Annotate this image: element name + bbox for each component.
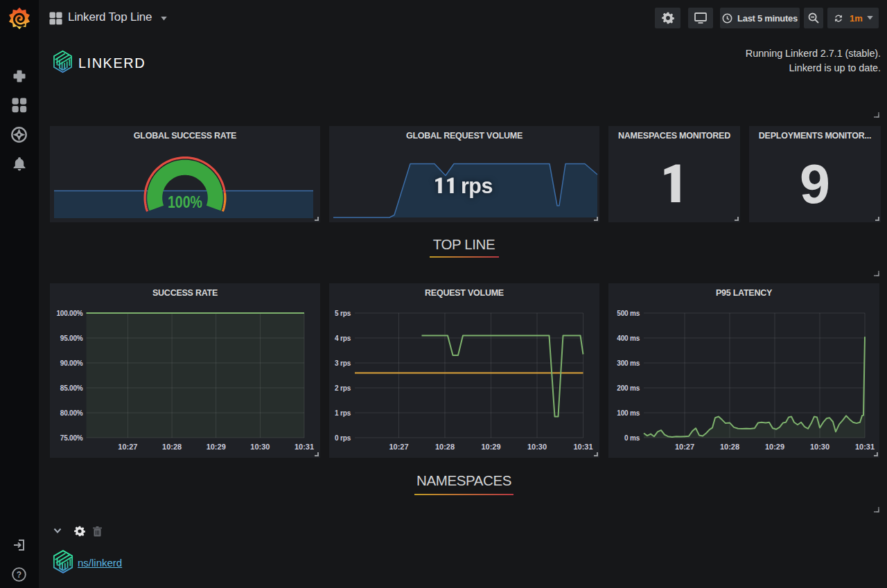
- svg-text:10:29: 10:29: [481, 443, 500, 451]
- svg-text:400 ms: 400 ms: [617, 335, 640, 342]
- svg-text:1 rps: 1 rps: [335, 409, 351, 417]
- svg-text:100%: 100%: [168, 193, 202, 211]
- svg-text:rps: rps: [461, 174, 493, 198]
- svg-text:100 ms: 100 ms: [617, 409, 640, 417]
- svg-text:?: ?: [17, 570, 21, 580]
- svg-text:90.00%: 90.00%: [60, 359, 83, 367]
- svg-text:2 rps: 2 rps: [335, 384, 351, 392]
- svg-text:5 rps: 5 rps: [335, 310, 351, 317]
- svg-text:10:28: 10:28: [720, 443, 739, 451]
- svg-text:10:29: 10:29: [765, 443, 784, 451]
- svg-text:300 ms: 300 ms: [617, 359, 640, 367]
- svg-text:10:30: 10:30: [810, 443, 829, 451]
- svg-text:3 rps: 3 rps: [335, 359, 351, 367]
- svg-text:10:29: 10:29: [207, 443, 226, 451]
- svg-text:85.00%: 85.00%: [60, 384, 83, 392]
- svg-text:10:28: 10:28: [435, 443, 455, 451]
- svg-text:10:30: 10:30: [527, 443, 547, 451]
- svg-text:75.00%: 75.00%: [60, 434, 83, 442]
- svg-text:95.00%: 95.00%: [60, 335, 83, 342]
- svg-text:500 ms: 500 ms: [617, 310, 640, 317]
- svg-text:200 ms: 200 ms: [617, 384, 640, 392]
- svg-text:10:31: 10:31: [295, 443, 314, 451]
- svg-text:80.00%: 80.00%: [60, 409, 83, 417]
- svg-text:10:27: 10:27: [675, 443, 694, 451]
- svg-text:100.00%: 100.00%: [56, 310, 82, 317]
- svg-text:10:31: 10:31: [573, 443, 592, 451]
- svg-text:10:28: 10:28: [162, 443, 182, 451]
- svg-text:10:31: 10:31: [855, 443, 875, 451]
- svg-text:10:27: 10:27: [118, 443, 137, 451]
- svg-text:10:27: 10:27: [389, 443, 408, 451]
- svg-text:0 ms: 0 ms: [624, 434, 640, 442]
- svg-text:10:30: 10:30: [250, 443, 270, 451]
- svg-text:0 rps: 0 rps: [335, 434, 351, 442]
- svg-text:4 rps: 4 rps: [335, 335, 351, 342]
